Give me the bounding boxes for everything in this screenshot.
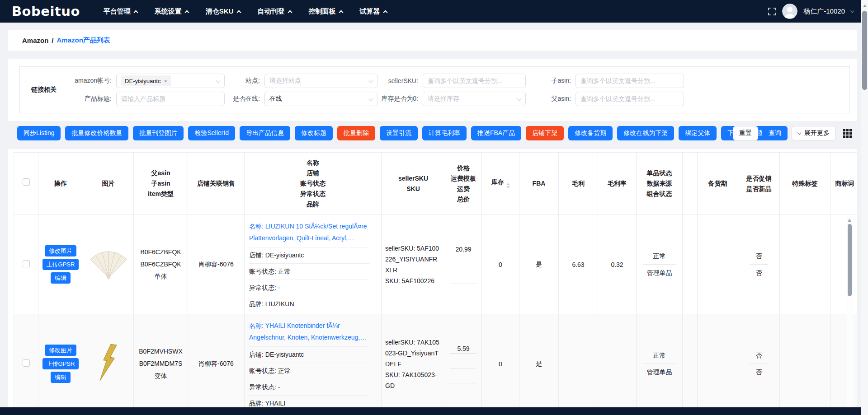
filter-select-6[interactable]: 请选择库存: [423, 92, 526, 106]
toolbar-button-8[interactable]: 计算毛利率: [422, 126, 467, 140]
cell-trademark: [830, 215, 858, 314]
user-avatar-icon[interactable]: [782, 4, 797, 19]
sort-icon[interactable]: [506, 181, 510, 190]
cell-image[interactable]: [83, 314, 134, 414]
toolbar-button-6[interactable]: 批量删除: [337, 126, 375, 140]
toolbar-right: 重置 查询 展开更多: [733, 126, 852, 140]
product-table-panel: 操作图片父asin子asinitem类型店铺关联销售名称店铺账号状态异常状态品牌…: [8, 149, 857, 415]
item-status-action[interactable]: 管理单品: [637, 366, 682, 378]
nav-item-5[interactable]: 试算器: [360, 7, 387, 16]
item-status-action[interactable]: 管理单品: [637, 266, 682, 279]
scroll-up-icon[interactable]: [863, 3, 867, 7]
filter-input-2[interactable]: [423, 74, 526, 88]
toolbar-button-3[interactable]: 检验SellerId: [188, 126, 235, 140]
nav-item-1[interactable]: 系统设置: [155, 7, 189, 16]
row-action-2[interactable]: 编辑: [51, 372, 71, 383]
col-header-status: 单品状态数据来源组合状态: [637, 153, 683, 215]
col-header-select: [14, 153, 38, 215]
freight-value[interactable]: [450, 374, 476, 383]
toolbar-button-7[interactable]: 设置引流: [380, 126, 418, 140]
breadcrumb-current[interactable]: Amazon产品列表: [57, 36, 110, 45]
info-label: 账号状态:: [249, 367, 278, 374]
nav-item-0[interactable]: 平台管理: [104, 7, 137, 16]
cell-asin: B0F6CZBFQKB0F6CZBFQK单体: [134, 215, 188, 314]
row-checkbox[interactable]: [23, 260, 30, 267]
breadcrumb-root[interactable]: Amazon: [22, 37, 48, 44]
nav-item-2[interactable]: 清仓SKU: [206, 7, 241, 16]
is-promo: 否: [738, 349, 779, 362]
toolbar-button-4[interactable]: 导出产品信息: [240, 126, 290, 140]
row-action-2[interactable]: 编辑: [51, 272, 71, 284]
divider: [750, 264, 769, 265]
nav-item-4[interactable]: 控制面板: [309, 7, 343, 16]
toolbar-button-10[interactable]: 店铺下架: [526, 126, 564, 140]
filter-label-3: 子asin:: [526, 74, 576, 88]
brand-logo[interactable]: Bobeituo: [12, 4, 80, 19]
filter-select-5[interactable]: 在线: [264, 92, 377, 106]
freight-value[interactable]: [450, 275, 476, 284]
row-action-1[interactable]: 上传GPSR: [42, 259, 79, 270]
window-scrollbar-thumb[interactable]: [862, 11, 867, 90]
divider: [249, 263, 369, 264]
col-header-info: 名称店铺账号状态异常状态品牌: [245, 153, 382, 215]
fullscreen-icon[interactable]: [768, 7, 776, 16]
freight-template-value[interactable]: [450, 359, 476, 368]
row-action-1[interactable]: 上传GPSR: [42, 358, 79, 369]
toolbar-button-2[interactable]: 批量刊登图片: [133, 126, 184, 140]
toolbar-button-13[interactable]: 绑定父体: [679, 126, 717, 140]
filter-input-4[interactable]: [116, 92, 225, 106]
toolbar-button-5[interactable]: 修改标题: [295, 126, 333, 140]
info-value: DE-yisiyuantc: [265, 252, 304, 259]
chevron-up-icon: [184, 10, 189, 15]
cell-tags: [780, 215, 830, 314]
is-new: 否: [738, 366, 779, 378]
table-scrollbar-thumb[interactable]: [848, 224, 852, 296]
info-value: 正常: [278, 268, 291, 275]
cell-trademark: [830, 314, 858, 414]
toolbar-button-11[interactable]: 修改备货期: [568, 126, 613, 140]
product-name-link[interactable]: 名称: LIUZIKUN 10 StÃ¼ck/Set regulÃ¤re Pla…: [249, 220, 377, 244]
filter-input-3[interactable]: [576, 74, 684, 88]
info-value: YHAILI: [265, 400, 285, 407]
nav-item-label: 平台管理: [104, 7, 131, 16]
col-header-margin: 毛利率: [598, 153, 637, 215]
toolbar-button-0[interactable]: 同步Listing: [17, 126, 61, 140]
search-button[interactable]: 查询: [762, 126, 788, 140]
scroll-up-icon[interactable]: [848, 217, 851, 222]
price-value[interactable]: 5.59: [450, 344, 476, 354]
user-name[interactable]: 杨仁广-10020: [803, 7, 845, 16]
freight-template-value[interactable]: [450, 260, 476, 269]
expand-more-button[interactable]: 展开更多: [792, 126, 836, 140]
breadcrumb-separator: /: [52, 37, 53, 44]
toolbar-button-12[interactable]: 修改在线为下架: [617, 126, 674, 140]
column-settings-grid-icon[interactable]: [843, 129, 852, 138]
toolbar-button-9[interactable]: 推送FBA产品: [471, 126, 521, 140]
filter-select-1[interactable]: 请选择站点: [264, 74, 377, 88]
row-action-0[interactable]: 修改图片: [45, 345, 76, 356]
filter-label-0: amazon帐号:: [68, 74, 116, 88]
info-value: LIUZIKUN: [265, 300, 294, 308]
reset-button[interactable]: 重置: [733, 126, 758, 140]
header-line: 子asin: [135, 178, 187, 189]
header-line: 名称: [245, 158, 380, 168]
toolbar-button-1[interactable]: 批量修改价格数量: [65, 126, 128, 140]
price-value[interactable]: 20.99: [450, 245, 476, 254]
header-line: 毛利率: [599, 178, 635, 189]
row-action-0[interactable]: 修改图片: [45, 245, 76, 256]
filter-select-0[interactable]: DE-yisiyuantc×: [116, 74, 225, 88]
row-checkbox[interactable]: [23, 359, 30, 367]
asin-lines: B0F2MVHSWXB0F2MMDM7S变体: [134, 345, 188, 382]
cell-margin: [598, 314, 637, 414]
cell-tags: [780, 314, 830, 414]
tag-close-icon[interactable]: ×: [164, 78, 167, 84]
select-all-checkbox[interactable]: [23, 178, 30, 186]
filter-input-7[interactable]: [576, 92, 684, 106]
product-name-link[interactable]: 名称: YHAILI Knotenbinder fÃ¼r Angelschnur…: [249, 320, 377, 343]
table-scrollbar[interactable]: [847, 215, 853, 413]
cell-image[interactable]: [83, 215, 134, 314]
window-scrollbar[interactable]: [861, 0, 868, 415]
chevron-down-icon: [797, 131, 801, 134]
divider: [643, 364, 676, 364]
nav-item-3[interactable]: 自动刊登: [258, 7, 292, 16]
item-status: 正常: [637, 349, 682, 362]
